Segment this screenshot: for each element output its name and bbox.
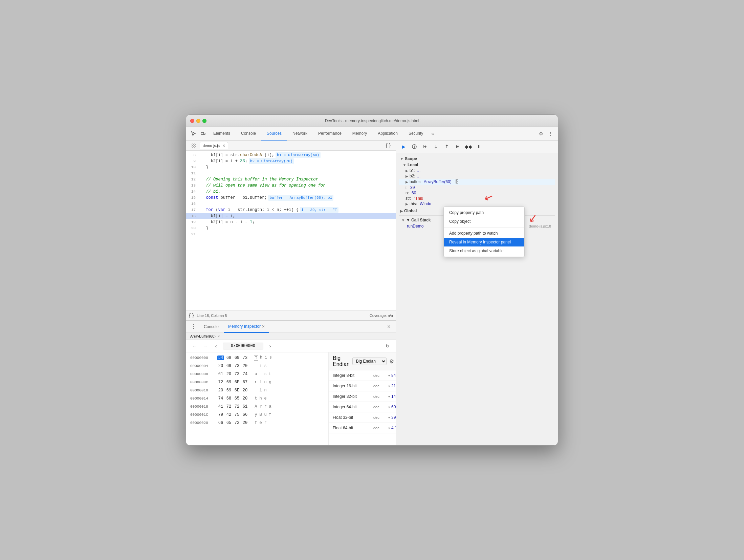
ctx-store-global[interactable]: Store object as global variable <box>444 246 524 255</box>
memory-next-button[interactable]: › <box>266 342 274 350</box>
tab-network[interactable]: Network <box>287 127 313 141</box>
hex-byte[interactable]: 66 <box>242 412 248 417</box>
ctx-copy-object[interactable]: Copy object <box>444 217 524 226</box>
tab-application[interactable]: Application <box>372 127 403 141</box>
hex-byte[interactable]: 65 <box>225 421 232 425</box>
hex-byte[interactable]: 69 <box>225 380 232 385</box>
hex-byte[interactable]: 20 <box>242 388 248 393</box>
tab-security[interactable]: Security <box>403 127 429 141</box>
scope-item-n[interactable]: n: 60 <box>399 190 555 196</box>
hex-byte[interactable]: 65 <box>234 396 240 401</box>
memory-chip-icon[interactable]: 🗄 <box>454 179 460 185</box>
hex-byte[interactable]: 73 <box>234 364 240 368</box>
hex-byte[interactable]: 73 <box>242 356 248 360</box>
hex-byte[interactable]: 72 <box>234 421 240 425</box>
scope-item-i[interactable]: i: 39 <box>399 185 555 190</box>
memory-refresh-button[interactable]: ↻ <box>384 342 392 350</box>
hex-byte[interactable]: 74 <box>217 396 224 401</box>
scope-item-str[interactable]: str: "This <box>399 196 555 201</box>
close-button[interactable] <box>190 119 194 123</box>
hex-byte[interactable]: 67 <box>242 380 248 385</box>
coverage-status: Coverage: n/a <box>370 314 393 318</box>
hex-byte[interactable]: 69 <box>225 364 232 368</box>
pause-on-exceptions-icon[interactable] <box>410 142 419 151</box>
hex-byte[interactable]: 75 <box>234 412 240 417</box>
deactivate-breakpoints-icon[interactable]: ◆◆ <box>464 142 473 151</box>
hex-byte[interactable]: 79 <box>217 412 224 417</box>
step-out-button[interactable] <box>442 142 452 151</box>
hex-byte[interactable]: 54 <box>217 356 224 360</box>
left-panel: demo-js.js × { } 8 b1[i] = str.charCodeA… <box>186 141 396 445</box>
local-section: ▼ Local ▶ b1: … ▶ b2: … <box>399 162 555 207</box>
hex-byte[interactable]: 20 <box>242 364 248 368</box>
ctx-reveal-memory-inspector[interactable]: Reveal in Memory Inspector panel <box>444 238 524 246</box>
memory-inspector-tab-close-icon[interactable]: × <box>262 324 265 329</box>
tab-console-bottom[interactable]: Console <box>200 321 223 333</box>
hex-byte[interactable]: 20 <box>242 396 248 401</box>
tab-memory-inspector[interactable]: Memory Inspector × <box>224 321 269 333</box>
more-tabs-button[interactable]: » <box>429 131 437 136</box>
device-toolbar-icon[interactable] <box>198 129 208 138</box>
hex-byte[interactable]: 74 <box>242 372 248 376</box>
tab-performance[interactable]: Performance <box>313 127 347 141</box>
hex-byte[interactable]: 72 <box>217 380 224 385</box>
scope-item-b1[interactable]: ▶ b1: … <box>399 168 555 173</box>
hex-byte[interactable]: 72 <box>225 404 232 409</box>
resume-button[interactable]: ▶ <box>399 142 408 151</box>
memory-buffer-close-icon[interactable]: × <box>218 334 220 338</box>
endian-select[interactable]: Big Endian Little Endian <box>352 358 387 365</box>
hex-byte[interactable]: 41 <box>217 404 224 409</box>
ctx-add-property-path[interactable]: Add property path to watch <box>444 229 524 238</box>
hex-byte[interactable]: 69 <box>234 356 240 360</box>
minimize-button[interactable] <box>196 119 200 123</box>
hex-byte[interactable]: 42 <box>225 412 232 417</box>
ctx-copy-property-path[interactable]: Copy property path <box>444 208 524 217</box>
source-file-tab[interactable]: demo-js.js × <box>200 142 228 149</box>
more-options-icon[interactable]: ⋮ <box>546 129 555 138</box>
hex-byte[interactable]: 73 <box>234 372 240 376</box>
scope-item-this[interactable]: ▶ this: Windo <box>399 201 555 207</box>
memory-hex-viewer[interactable]: 00000000 54 68 69 73 T h <box>186 352 328 445</box>
data-panel-settings-icon[interactable]: ⚙ <box>389 358 394 365</box>
source-toolbar-icons: { } <box>384 141 393 150</box>
tab-elements[interactable]: Elements <box>208 127 236 141</box>
memory-prev-button[interactable]: ‹ <box>212 342 220 350</box>
format-icon[interactable]: { } <box>384 141 393 150</box>
file-navigator-icon[interactable] <box>189 141 198 150</box>
element-picker-icon[interactable] <box>189 129 198 138</box>
maximize-button[interactable] <box>202 119 206 123</box>
tab-console[interactable]: Console <box>236 127 261 141</box>
code-line-10: 10 } <box>186 164 396 170</box>
hex-byte[interactable]: 72 <box>234 404 240 409</box>
hex-byte[interactable]: 68 <box>225 356 232 360</box>
step-button[interactable] <box>453 142 462 151</box>
memory-back-button[interactable]: ← <box>190 342 198 350</box>
hex-byte[interactable]: 69 <box>225 388 232 393</box>
hex-byte[interactable]: 61 <box>242 404 248 409</box>
scope-item-buffer[interactable]: ▶ buffer: ArrayBuffer(60) 🗄 ➘ <box>399 179 555 185</box>
step-into-button[interactable] <box>431 142 441 151</box>
bottom-panel-close-button[interactable]: × <box>385 323 393 331</box>
hex-byte[interactable]: 68 <box>225 396 232 401</box>
hex-byte[interactable]: 61 <box>217 372 224 376</box>
scope-item-b2[interactable]: ▶ b2: … <box>399 173 555 179</box>
hex-byte[interactable]: 6E <box>234 380 240 385</box>
scope-header[interactable]: ▼ Scope <box>399 156 555 162</box>
tab-memory[interactable]: Memory <box>347 127 372 141</box>
settings-icon[interactable]: ⚙ <box>536 129 546 138</box>
memory-forward-button[interactable]: → <box>201 342 209 350</box>
hex-byte[interactable]: 20 <box>217 364 224 368</box>
hex-byte[interactable]: 20 <box>242 421 248 425</box>
pause-button[interactable]: ⏸ <box>475 142 484 151</box>
local-header[interactable]: ▼ Local <box>399 162 555 168</box>
memory-address-input[interactable] <box>223 343 263 349</box>
bottom-panel-menu-icon[interactable]: ⋮ <box>189 322 198 331</box>
hex-byte[interactable]: 6E <box>234 388 240 393</box>
tab-sources[interactable]: Sources <box>261 127 287 141</box>
code-editor[interactable]: 8 b1[i] = str.charCodeAt(i); b1 = Uint8A… <box>186 151 396 310</box>
step-over-button[interactable] <box>420 142 430 151</box>
hex-byte[interactable]: 20 <box>225 372 232 376</box>
source-tab-close-icon[interactable]: × <box>222 143 225 148</box>
hex-byte[interactable]: 66 <box>217 421 224 425</box>
hex-byte[interactable]: 20 <box>217 388 224 393</box>
